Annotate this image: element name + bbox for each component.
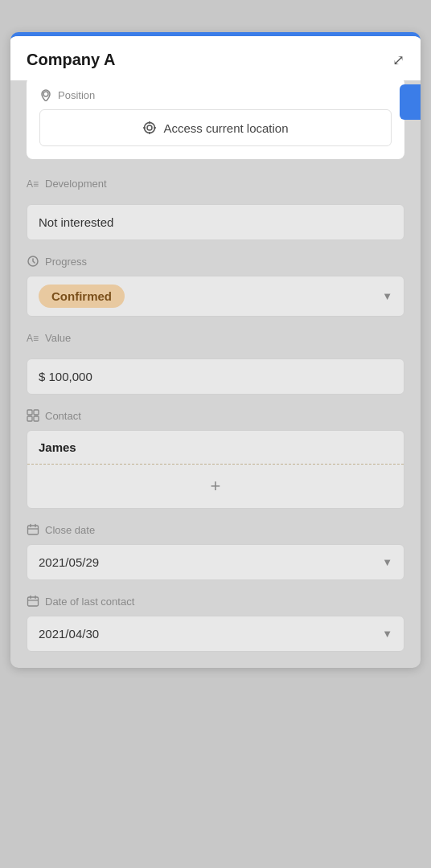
progress-dropdown-arrow: ▼ [382,290,392,302]
contact-name: James [27,431,404,465]
panel-title: Company A [27,51,115,69]
development-input[interactable] [27,204,404,240]
plus-icon: + [211,476,221,497]
last-contact-arrow: ▼ [382,628,392,640]
close-date-section: Close date 2021/05/29 ▼ [27,523,404,580]
expand-icon[interactable]: ⤢ [392,51,404,69]
position-label: Position [39,88,392,101]
value-text-icon: A≡ [27,331,39,344]
access-location-button[interactable]: Access current location [39,109,392,146]
svg-rect-13 [34,416,39,421]
value-input[interactable] [27,358,404,395]
svg-rect-11 [34,410,39,415]
side-action-button[interactable] [400,84,421,120]
svg-text:A≡: A≡ [27,178,39,190]
panel-body: Position Access current location A≡ [10,80,421,668]
last-contact-section: Date of last contact 2021/04/30 ▼ [27,595,404,652]
progress-icon [27,255,39,268]
panel-header: Company A ⤢ [10,36,421,80]
svg-point-2 [145,123,155,133]
text-field-icon: A≡ [27,177,39,190]
svg-rect-18 [28,597,39,606]
svg-point-1 [147,125,152,130]
progress-section: Progress Confirmed ▼ [27,255,404,317]
last-contact-label: Date of last contact [27,595,404,608]
calendar-icon [27,523,39,536]
position-section: Position Access current location [27,77,404,159]
development-label: A≡ Development [27,177,404,190]
confirmed-badge: Confirmed [39,285,125,308]
svg-text:A≡: A≡ [27,333,39,344]
close-date-value: 2021/05/29 [39,555,99,569]
calendar2-icon [27,595,39,608]
svg-point-0 [43,92,48,96]
last-contact-date-select[interactable]: 2021/04/30 ▼ [27,616,404,652]
location-pin-icon [39,88,52,101]
close-date-select[interactable]: 2021/05/29 ▼ [27,544,404,580]
value-section: A≡ Value [27,331,404,395]
contact-grid-icon [27,409,39,422]
add-contact-button[interactable]: + [27,465,404,508]
close-date-label: Close date [27,523,404,536]
value-label: A≡ Value [27,331,404,344]
progress-select[interactable]: Confirmed ▼ [27,276,404,317]
development-section: A≡ Development [27,177,404,240]
svg-rect-12 [27,416,32,421]
close-date-arrow: ▼ [382,556,392,568]
last-contact-date-value: 2021/04/30 [39,627,99,641]
contact-section: Contact James + [27,409,404,509]
contact-label: Contact [27,409,404,422]
main-panel: Company A ⤢ Position [10,32,421,668]
progress-label: Progress [27,255,404,268]
svg-rect-10 [27,410,32,415]
svg-rect-14 [28,526,39,534]
gps-icon [142,121,157,135]
contact-card: James + [27,430,404,509]
